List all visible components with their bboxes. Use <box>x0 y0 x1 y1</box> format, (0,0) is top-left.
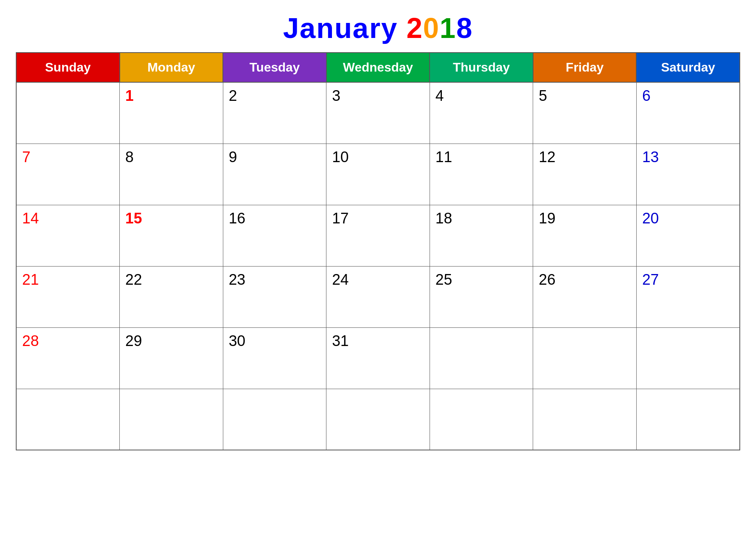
header-saturday: Saturday <box>636 53 740 82</box>
day-number: 5 <box>539 87 547 104</box>
year-digit-1: 2 <box>406 12 423 44</box>
day-number: 19 <box>539 210 555 227</box>
calendar-cell: 23 <box>223 266 326 327</box>
day-number: 13 <box>642 149 659 166</box>
calendar-cell: 25 <box>430 266 533 327</box>
month-name: January <box>283 12 398 44</box>
week-row-2: 78910111213 <box>16 144 740 205</box>
calendar-cell: 19 <box>533 205 637 266</box>
calendar-cell: 24 <box>326 266 430 327</box>
header-wednesday: Wednesday <box>326 53 430 82</box>
day-number: 9 <box>229 149 237 166</box>
day-number: 22 <box>125 271 142 288</box>
day-number: 10 <box>332 149 349 166</box>
day-number: 28 <box>22 333 39 350</box>
day-number: 25 <box>436 271 452 288</box>
calendar-cell: 8 <box>120 144 223 205</box>
calendar-cell <box>223 389 326 450</box>
day-number: 11 <box>436 149 452 166</box>
day-number: 6 <box>642 87 650 104</box>
calendar-cell: 11 <box>430 144 533 205</box>
header-monday: Monday <box>120 53 223 82</box>
day-number: 14 <box>22 210 39 227</box>
calendar-cell: 14 <box>16 205 120 266</box>
calendar-cell: 15 <box>120 205 223 266</box>
day-number: 4 <box>436 87 444 104</box>
day-number: 29 <box>125 333 142 350</box>
header-tuesday: Tuesday <box>223 53 326 82</box>
day-number: 18 <box>436 210 452 227</box>
calendar-cell <box>636 327 740 389</box>
calendar-cell: 27 <box>636 266 740 327</box>
calendar-cell <box>430 389 533 450</box>
calendar-body: 1234567891011121314151617181920212223242… <box>16 82 740 450</box>
calendar-header: SundayMondayTuesdayWednesdayThursdayFrid… <box>16 53 740 82</box>
week-row-4: 21222324252627 <box>16 266 740 327</box>
day-number: 3 <box>332 87 340 104</box>
calendar-cell: 13 <box>636 144 740 205</box>
calendar-cell: 20 <box>636 205 740 266</box>
calendar-cell: 1 <box>120 82 223 144</box>
calendar-cell: 30 <box>223 327 326 389</box>
calendar-cell: 31 <box>326 327 430 389</box>
year-digit-3: 1 <box>440 12 456 44</box>
calendar-title: January 2018 <box>283 12 473 44</box>
calendar-cell: 9 <box>223 144 326 205</box>
calendar-cell <box>636 389 740 450</box>
day-number: 23 <box>229 271 245 288</box>
calendar-cell: 12 <box>533 144 637 205</box>
week-row-3: 14151617181920 <box>16 205 740 266</box>
day-number: 8 <box>125 149 134 166</box>
header-row: SundayMondayTuesdayWednesdayThursdayFrid… <box>16 53 740 82</box>
day-number: 12 <box>539 149 555 166</box>
week-row-1: 123456 <box>16 82 740 144</box>
day-number: 1 <box>125 87 134 104</box>
week-row-5: 28293031 <box>16 327 740 389</box>
calendar-table: SundayMondayTuesdayWednesdayThursdayFrid… <box>16 52 740 450</box>
year-digit-2: 0 <box>423 12 440 44</box>
calendar-cell: 18 <box>430 205 533 266</box>
day-number: 26 <box>539 271 555 288</box>
day-number: 16 <box>229 210 245 227</box>
calendar-cell: 5 <box>533 82 637 144</box>
day-number: 17 <box>332 210 349 227</box>
header-friday: Friday <box>533 53 637 82</box>
calendar-cell: 10 <box>326 144 430 205</box>
calendar-cell: 2 <box>223 82 326 144</box>
calendar-cell <box>326 389 430 450</box>
calendar-cell <box>16 389 120 450</box>
day-number: 31 <box>332 333 349 350</box>
calendar-cell: 21 <box>16 266 120 327</box>
calendar-cell: 7 <box>16 144 120 205</box>
calendar-cell <box>430 327 533 389</box>
calendar-cell <box>120 389 223 450</box>
day-number: 15 <box>125 210 142 227</box>
week-row-6 <box>16 389 740 450</box>
calendar-cell <box>533 389 637 450</box>
header-sunday: Sunday <box>16 53 120 82</box>
calendar-cell: 22 <box>120 266 223 327</box>
calendar-cell: 6 <box>636 82 740 144</box>
calendar-cell: 29 <box>120 327 223 389</box>
day-number: 20 <box>642 210 659 227</box>
calendar-cell: 17 <box>326 205 430 266</box>
day-number: 30 <box>229 333 245 350</box>
day-number: 21 <box>22 271 39 288</box>
day-number: 24 <box>332 271 349 288</box>
day-number: 27 <box>642 271 659 288</box>
calendar-cell <box>16 82 120 144</box>
day-number: 7 <box>22 149 30 166</box>
calendar-cell: 4 <box>430 82 533 144</box>
calendar-cell: 3 <box>326 82 430 144</box>
day-number: 2 <box>229 87 237 104</box>
calendar-cell: 26 <box>533 266 637 327</box>
calendar-cell: 28 <box>16 327 120 389</box>
calendar-cell <box>533 327 637 389</box>
header-thursday: Thursday <box>430 53 533 82</box>
year-digit-4: 8 <box>456 12 473 44</box>
calendar-cell: 16 <box>223 205 326 266</box>
